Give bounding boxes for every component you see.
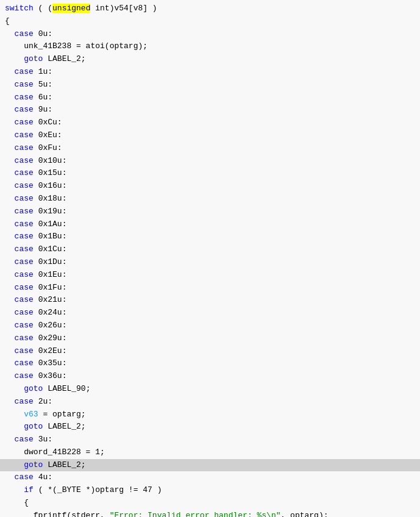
code-line: case 0x26u: [0,319,420,332]
keyword: case [15,283,34,292]
code-line: case 5u: [0,79,420,91]
code-line: case 0x36u: [0,370,420,383]
keyword: switch [5,4,34,13]
code-line: unk_41B238 = atoi(optarg); [0,40,420,53]
keyword: case [15,181,34,190]
keyword: case [15,118,34,127]
keyword: goto [24,384,43,393]
code-line: case 0x1Cu: [0,243,420,256]
highlighted-word: unsigned [52,4,90,13]
keyword: case [15,207,34,216]
keyword: case [15,358,34,368]
code-line: case 9u: [0,104,420,116]
code-line: if ( *(_BYTE *)optarg != 47 ) [0,484,420,497]
keyword: case [15,232,34,241]
keyword: case [15,295,34,304]
code-line: case 0xFu: [0,142,420,155]
code-line: case 0x18u: [0,193,420,205]
keyword: case [15,257,34,266]
code-line: case 4u: [0,471,420,484]
keyword: case [15,270,34,279]
code-line: goto LABEL_2; [0,53,420,66]
code-line: case 0x21u: [0,294,420,307]
code-line: case 0x29u: [0,332,420,345]
code-line: case 0x1Fu: [0,282,420,294]
keyword: goto [24,460,43,469]
keyword: case [15,371,34,380]
keyword: case [15,244,34,254]
code-line: case 0x35u: [0,357,420,370]
code-line: switch ( (unsigned int)v54[v8] ) [0,2,420,15]
code-line: case 0x1Du: [0,256,420,269]
keyword: case [15,194,34,203]
code-line: case 0x1Au: [0,218,420,231]
code-line: goto LABEL_2; [0,459,420,472]
keyword: case [15,346,34,355]
code-line: case 2u: [0,396,420,408]
keyword: goto [24,422,43,431]
keyword: case [15,219,34,229]
keyword: if [24,485,34,494]
keyword: case [15,333,34,343]
code-line: v63 = optarg; [0,408,420,421]
keyword: case [15,168,34,177]
code-line: dword_41B228 = 1; [0,446,420,459]
keyword: case [15,93,34,102]
code-viewer: switch ( (unsigned int)v54[v8] ){ case 0… [0,0,420,517]
keyword: case [15,105,34,114]
code-line: case 0x2Eu: [0,345,420,358]
code-line: case 0x15u: [0,167,420,180]
code-line: case 0xEu: [0,129,420,142]
code-line: case 0xCu: [0,116,420,129]
string-literal: "Error: Invalid error handler: %s\n" [110,511,281,517]
code-line: case 0x1Bu: [0,230,420,243]
keyword: case [15,321,34,330]
code-line: case 6u: [0,91,420,104]
code-line: case 0x16u: [0,180,420,193]
keyword: case [15,472,34,482]
code-line: goto LABEL_90; [0,383,420,396]
keyword: case [15,130,34,140]
keyword: case [15,397,34,406]
keyword: goto [24,54,43,63]
code-line: fprintf(stderr, "Error: Invalid error ha… [0,510,420,517]
code-line: case 0u: [0,28,420,41]
keyword: case [15,308,34,317]
code-line: goto LABEL_2; [0,421,420,433]
code-line: case 3u: [0,433,420,446]
keyword: case [15,435,34,444]
keyword: case [15,143,34,152]
code-line: { [0,497,420,510]
code-line: case 0x1Eu: [0,269,420,282]
keyword: case [15,29,34,38]
keyword: case [15,80,34,89]
keyword: case [15,156,34,165]
keyword: case [15,67,34,76]
code-line: case 0x24u: [0,307,420,319]
code-line: case 0x10u: [0,155,420,168]
code-line: { [0,15,420,28]
code-line: case 0x19u: [0,205,420,218]
code-line: case 1u: [0,66,420,79]
variable: v63 [24,410,38,419]
